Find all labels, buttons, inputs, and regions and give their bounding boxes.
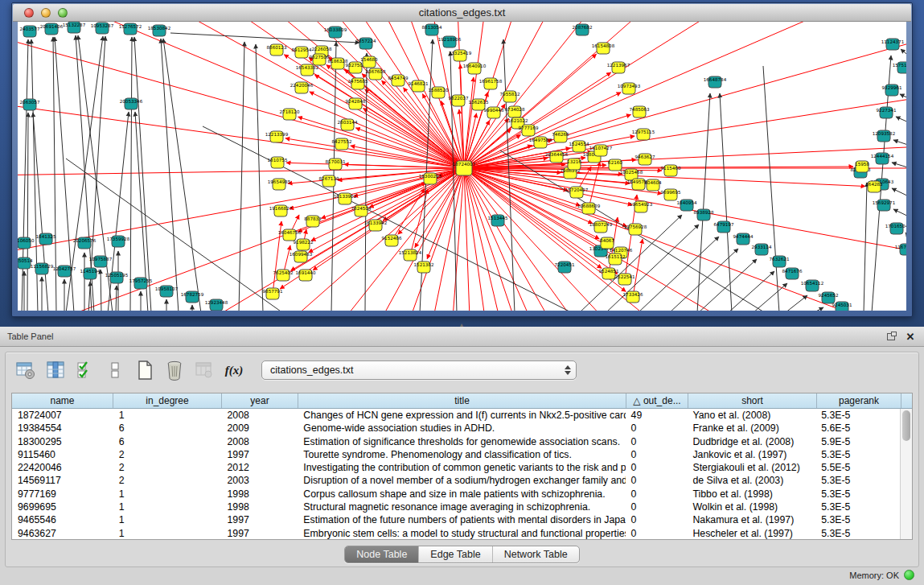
graph-node[interactable]: 12042757 <box>53 266 76 277</box>
graph-node[interactable]: 13216 <box>567 159 581 170</box>
graph-node[interactable]: 8267130 <box>319 175 339 187</box>
graph-node[interactable]: 15276572 <box>119 23 142 35</box>
graph-node[interactable]: 1733426 <box>623 291 643 303</box>
graph-node[interactable]: 16961758 <box>479 78 503 89</box>
graph-node[interactable]: 9152486 <box>382 235 402 246</box>
graph-node[interactable]: 16046756 <box>278 229 302 241</box>
column-header-name[interactable]: name <box>12 393 113 408</box>
graph-node[interactable]: 19166827 <box>269 205 293 216</box>
network-window-titlebar[interactable]: citations_edges.txt <box>13 4 911 22</box>
graph-node[interactable]: 7625402 <box>273 270 294 281</box>
tab-node-table[interactable]: Node Table <box>345 546 419 562</box>
splitter-grip[interactable]: ▲ <box>458 323 466 327</box>
graph-node[interactable]: 11675334 <box>895 244 906 255</box>
graph-node[interactable]: 6479197 <box>714 221 734 233</box>
graph-node[interactable]: 164283 <box>865 181 883 192</box>
graph-node[interactable]: 9198222 <box>294 239 314 250</box>
graph-node[interactable]: 1691440 <box>296 270 316 281</box>
graph-node[interactable]: 804604 <box>644 179 662 191</box>
graph-node[interactable]: 1615112 <box>606 253 626 265</box>
delete-table-button[interactable] <box>162 358 187 382</box>
scrollbar-thumb[interactable] <box>902 410 910 441</box>
graph-node[interactable]: 11124371 <box>881 39 905 50</box>
table-select-dropdown[interactable]: citations_edges.txt <box>261 360 577 380</box>
graph-node[interactable]: 16033809 <box>324 27 347 38</box>
graph-node[interactable]: 2087682 <box>573 24 593 35</box>
graph-node[interactable]: 7824504 <box>351 205 372 216</box>
graph-node[interactable]: 15692971 <box>873 200 896 211</box>
graph-node[interactable]: 8471676 <box>782 268 803 279</box>
graph-node[interactable]: 2403577 <box>20 26 40 37</box>
table-row[interactable]: 1830029562008Estimation of significance … <box>12 435 900 448</box>
unselect-all-button[interactable] <box>103 358 127 382</box>
graph-node[interactable]: 1588520 <box>429 87 449 98</box>
graph-node[interactable]: 9146821 <box>409 80 429 92</box>
graph-node[interactable]: 19654985 <box>268 179 291 190</box>
graph-node[interactable]: 8427552 <box>332 138 352 150</box>
graph-node[interactable]: 2718120 <box>280 109 300 120</box>
table-row[interactable]: 1872400712008Changes of HCN gene express… <box>12 409 900 422</box>
graph-node[interactable]: 9227341 <box>877 107 897 118</box>
network-canvas[interactable]: 2403577206914061513228710953287152765721… <box>18 22 906 311</box>
close-window-button[interactable] <box>24 8 34 18</box>
graph-node[interactable]: 9245031 <box>832 302 852 311</box>
graph-node[interactable]: 18724007 <box>453 161 476 175</box>
graph-node[interactable]: 2522541 <box>615 274 635 285</box>
graph-node[interactable]: 12213399 <box>265 131 289 142</box>
select-all-button[interactable] <box>73 358 97 382</box>
graph-node[interactable]: 8938928 <box>694 209 714 220</box>
graph-node[interactable]: 12923448 <box>205 299 228 311</box>
graph-node[interactable]: 7632621 <box>770 256 790 267</box>
graph-node[interactable]: 7220451 <box>555 262 575 273</box>
graph-node[interactable]: 16782759 <box>181 291 204 303</box>
table-row[interactable]: 1456911722003Disruption of a novel membe… <box>12 474 900 487</box>
graph-node[interactable]: 15958 <box>855 161 869 172</box>
new-table-button[interactable] <box>133 358 157 382</box>
graph-node[interactable]: 16133902 <box>334 193 356 204</box>
column-header-year[interactable]: year <box>222 393 298 408</box>
table-settings-button[interactable] <box>14 358 38 382</box>
graph-node[interactable]: 18530842 <box>148 25 170 36</box>
graph-node[interactable]: 1521382 <box>414 262 434 273</box>
graph-node[interactable]: 154680 <box>360 56 378 68</box>
graph-node[interactable]: 2063057 <box>20 99 40 110</box>
graph-node[interactable]: 9699695 <box>661 189 681 200</box>
graph-node[interactable]: 1524554 <box>569 141 589 152</box>
graph-node[interactable]: 9245652 <box>819 292 839 303</box>
table-vertical-scrollbar[interactable] <box>900 409 912 539</box>
graph-node[interactable]: 1145194 <box>80 268 101 279</box>
graph-node[interactable]: 84067 <box>600 237 614 249</box>
graph-node[interactable]: 13325419 <box>449 50 472 61</box>
graph-node[interactable]: 7857224 <box>356 38 376 49</box>
graph-node[interactable]: 19218906 <box>438 36 462 47</box>
graph-node[interactable]: 746266 <box>552 131 569 142</box>
table-row[interactable]: 946554611997Estimation of the future num… <box>12 513 900 526</box>
tab-network-table[interactable]: Network Table <box>493 546 579 562</box>
table-row[interactable]: 969969511998Structural magnetic resonanc… <box>12 501 900 513</box>
graph-node[interactable]: 9115460 <box>661 165 681 176</box>
table-row[interactable]: 1938455462009Genome-wide association stu… <box>12 422 900 435</box>
graph-node[interactable]: 9857791 <box>263 288 283 299</box>
graph-node[interactable]: 10958107 <box>155 286 179 297</box>
table-row[interactable]: 2242004622012Investigating the contribut… <box>12 461 900 474</box>
graph-node[interactable]: 2803144 <box>338 119 358 130</box>
graph-node[interactable]: 15213824 <box>399 249 422 261</box>
graph-node[interactable]: 8813054 <box>422 24 442 35</box>
network-view[interactable]: 2403577206914061513228710953287152765721… <box>18 22 906 311</box>
graph-node[interactable]: 887833 <box>304 216 322 227</box>
graph-node[interactable]: 20691406 <box>40 23 64 35</box>
graph-node[interactable]: 2933114 <box>752 244 772 255</box>
graph-node[interactable]: 20053346 <box>120 98 143 109</box>
graph-node[interactable]: 17016504 <box>885 223 906 234</box>
graph-node[interactable]: 6734028 <box>505 106 525 117</box>
graph-node[interactable]: 7485063 <box>630 106 650 117</box>
graph-node[interactable]: 9474444 <box>733 233 754 245</box>
column-header-pagerank[interactable]: pagerank <box>817 393 901 408</box>
graph-node[interactable]: 12213967 <box>607 62 630 73</box>
graph-node[interactable]: 16640910 <box>463 63 487 74</box>
graph-node[interactable]: 17359928 <box>107 236 130 247</box>
network-window[interactable]: citations_edges.txt 24035772069140615132… <box>11 2 913 317</box>
table-row[interactable]: 946362711997Embryonic stem cells: a mode… <box>12 527 900 540</box>
column-header-in_degree[interactable]: in_degree <box>113 393 222 408</box>
graph-node[interactable]: 15132287 <box>63 22 86 33</box>
